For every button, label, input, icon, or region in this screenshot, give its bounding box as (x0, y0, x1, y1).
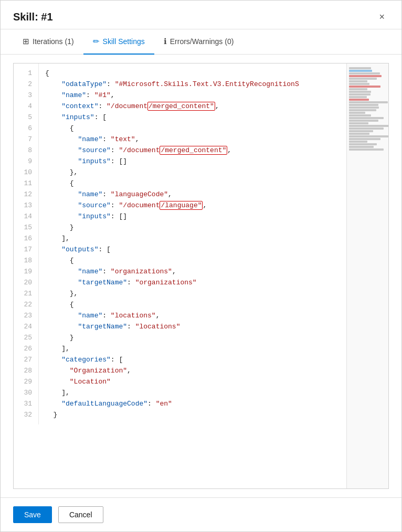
line-number: 28 (14, 365, 38, 376)
line-number: 30 (14, 387, 38, 398)
close-button[interactable]: × (375, 10, 389, 24)
code-line: "inputs": [] (45, 156, 382, 167)
line-number: 31 (14, 398, 38, 409)
code-line: { (45, 255, 382, 266)
line-number: 8 (14, 145, 38, 156)
line-number: 21 (14, 288, 38, 299)
code-line: "name": "#1", (45, 90, 382, 101)
code-line: ], (45, 233, 382, 244)
cancel-button[interactable]: Cancel (58, 506, 103, 523)
dialog-title: Skill: #1 (13, 11, 53, 23)
code-line: "name": "text", (45, 134, 382, 145)
code-content[interactable]: { "odataType": "#Microsoft.Skills.Text.V… (39, 63, 388, 424)
line-number: 32 (14, 409, 38, 420)
line-number: 10 (14, 167, 38, 178)
code-line: ], (45, 343, 382, 354)
skill-settings-icon: ✏ (93, 37, 100, 46)
code-line: "name": "organizations", (45, 266, 382, 277)
code-line: { (45, 123, 382, 134)
code-line: "defaultLanguageCode": "en" (45, 398, 382, 409)
line-number: 17 (14, 244, 38, 255)
line-number: 26 (14, 343, 38, 354)
line-number: 16 (14, 233, 38, 244)
code-line: "name": "locations", (45, 310, 382, 321)
code-line: "inputs": [ (45, 112, 382, 123)
tab-errors-label: Errors/Warnings (0) (170, 37, 234, 46)
code-line: "targetName": "locations" (45, 321, 382, 332)
tab-skill-settings-label: Skill Settings (103, 37, 145, 46)
line-number: 29 (14, 376, 38, 387)
skill-dialog: Skill: #1 × ⊞ Iterations (1) ✏ Skill Set… (0, 0, 402, 532)
code-line: "outputs": [ (45, 244, 382, 255)
line-number: 24 (14, 321, 38, 332)
minimap (346, 63, 388, 488)
dialog-footer: Save Cancel (1, 497, 401, 531)
line-number: 6 (14, 123, 38, 134)
code-line: "Organization", (45, 365, 382, 376)
code-line: "name": "languageCode", (45, 189, 382, 200)
code-editor[interactable]: 1234567891011121314151617181920212223242… (13, 63, 389, 489)
code-line: "source": "/document/language", (45, 200, 382, 211)
iterations-icon: ⊞ (23, 37, 29, 46)
code-line: "Location" (45, 376, 382, 387)
code-line: ], (45, 387, 382, 398)
line-number: 27 (14, 354, 38, 365)
tab-iterations-label: Iterations (1) (33, 37, 74, 46)
line-number: 2 (14, 79, 38, 90)
line-number: 15 (14, 222, 38, 233)
code-line: "odataType": "#Microsoft.Skills.Text.V3.… (45, 79, 382, 90)
code-line: } (45, 409, 382, 420)
code-line: "inputs": [] (45, 211, 382, 222)
tab-iterations[interactable]: ⊞ Iterations (1) (13, 29, 83, 55)
code-line: }, (45, 288, 382, 299)
line-number: 25 (14, 332, 38, 343)
line-number: 3 (14, 90, 38, 101)
code-line: { (45, 299, 382, 310)
line-number: 23 (14, 310, 38, 321)
code-line: "source": "/document/merged_content", (45, 145, 382, 156)
code-line: "targetName": "organizations" (45, 277, 382, 288)
line-number: 14 (14, 211, 38, 222)
line-number: 1 (14, 68, 38, 79)
save-button[interactable]: Save (13, 506, 52, 523)
line-number: 4 (14, 101, 38, 112)
tab-bar: ⊞ Iterations (1) ✏ Skill Settings ℹ Erro… (1, 29, 401, 55)
tab-skill-settings[interactable]: ✏ Skill Settings (83, 29, 154, 55)
minimap-content (347, 63, 388, 154)
line-number: 9 (14, 156, 38, 167)
line-number: 13 (14, 200, 38, 211)
code-line: } (45, 332, 382, 343)
code-line: { (45, 178, 382, 189)
tab-errors-warnings[interactable]: ℹ Errors/Warnings (0) (154, 29, 244, 55)
code-line: "context": "/document/merged_content", (45, 101, 382, 112)
line-number: 20 (14, 277, 38, 288)
line-number: 18 (14, 255, 38, 266)
code-line: } (45, 222, 382, 233)
line-number: 7 (14, 134, 38, 145)
line-number: 12 (14, 189, 38, 200)
code-line: "categories": [ (45, 354, 382, 365)
dialog-header: Skill: #1 × (1, 1, 401, 29)
code-line: }, (45, 167, 382, 178)
line-numbers: 1234567891011121314151617181920212223242… (14, 63, 39, 424)
line-number: 22 (14, 299, 38, 310)
line-number: 19 (14, 266, 38, 277)
code-line: { (45, 68, 382, 79)
errors-icon: ℹ (164, 37, 167, 46)
line-number: 11 (14, 178, 38, 189)
line-number: 5 (14, 112, 38, 123)
